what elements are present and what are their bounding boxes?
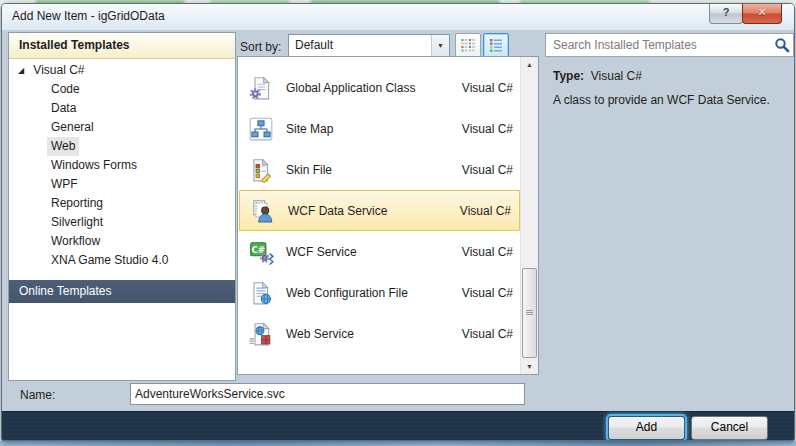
- description-panel: Type: Visual C# A class to provide an WC…: [545, 56, 792, 376]
- category-tree: ◢ Visual C# Code Data General Web Window…: [9, 59, 235, 270]
- sort-by-label: Sort by:: [240, 40, 281, 54]
- web-service-icon: [248, 321, 274, 347]
- sidebar-item-code[interactable]: Code: [9, 80, 235, 99]
- site-map-icon: [248, 116, 274, 142]
- wcf-service-icon: C#: [248, 239, 274, 265]
- help-icon: ?: [723, 6, 730, 18]
- sidebar-item-windows-forms[interactable]: Windows Forms: [9, 156, 235, 175]
- template-item-wcf-data-service[interactable]: WCF Data Service Visual C#: [239, 190, 520, 231]
- scrollbar-thumb[interactable]: [522, 268, 537, 358]
- sidebar-item-web[interactable]: Web: [9, 137, 235, 156]
- name-label: Name:: [20, 388, 55, 402]
- screen: Add New Item - igGridOData ? ✕ Installed…: [0, 0, 796, 446]
- template-name: Skin File: [286, 163, 332, 177]
- categories-sidebar: Installed Templates ◢ Visual C# Code Dat…: [8, 32, 236, 381]
- template-name: Global Application Class: [286, 81, 415, 95]
- template-item-wcf-service[interactable]: C# WCF Service Visual C#: [238, 231, 521, 272]
- scroll-up-icon: ▲: [526, 61, 533, 68]
- sort-by-dropdown[interactable]: Default ▼: [288, 34, 450, 58]
- svg-text:C#: C#: [251, 244, 265, 254]
- background-window-edge: [0, 441, 796, 446]
- skin-file-icon: [248, 157, 274, 183]
- titlebar[interactable]: Add New Item - igGridOData: [2, 4, 794, 31]
- search-icon[interactable]: [774, 37, 790, 53]
- template-name: Web Service: [286, 327, 354, 341]
- chevron-down-icon: ▼: [437, 42, 444, 49]
- dialog-title: Add New Item - igGridOData: [12, 4, 165, 29]
- dropdown-button[interactable]: ▼: [431, 35, 449, 57]
- sidebar-item-data[interactable]: Data: [9, 99, 235, 118]
- sidebar-item-workflow[interactable]: Workflow: [9, 232, 235, 251]
- scrollbar[interactable]: ▲ ▼: [520, 57, 538, 374]
- expander-icon[interactable]: ◢: [18, 61, 30, 80]
- template-name: WCF Service: [286, 245, 357, 259]
- thumb-grip-icon: [526, 310, 533, 315]
- scroll-down-button[interactable]: ▼: [521, 359, 538, 374]
- template-item-skin-file[interactable]: Skin File Visual C#: [238, 149, 521, 190]
- template-type: Visual C#: [462, 122, 513, 136]
- close-button[interactable]: ✕: [742, 4, 782, 24]
- close-icon: ✕: [757, 6, 766, 18]
- wcf-data-service-icon: [250, 198, 276, 224]
- template-type: Visual C#: [460, 204, 511, 218]
- sidebar-item-silverlight[interactable]: Silverlight: [9, 213, 235, 232]
- online-templates-header[interactable]: Online Templates: [9, 280, 235, 303]
- small-icons-view-icon: [460, 37, 476, 56]
- web-configuration-file-icon: [248, 280, 274, 306]
- sidebar-item-visual-csharp[interactable]: ◢ Visual C#: [9, 61, 235, 80]
- cancel-button[interactable]: Cancel: [691, 416, 768, 440]
- template-type: Visual C#: [462, 163, 513, 177]
- scroll-down-icon: ▼: [526, 363, 533, 370]
- search-box: [545, 33, 794, 57]
- sidebar-item-reporting[interactable]: Reporting: [9, 194, 235, 213]
- tree-root-label: Visual C#: [33, 63, 84, 77]
- template-item-global-application-class[interactable]: Global Application Class Visual C#: [238, 67, 521, 108]
- template-description: A class to provide an WCF Data Service.: [553, 93, 785, 108]
- template-name: Web Configuration File: [286, 286, 408, 300]
- template-name: Site Map: [286, 122, 333, 136]
- sidebar-item-general[interactable]: General: [9, 118, 235, 137]
- search-input[interactable]: [551, 35, 765, 55]
- template-list: Global Application Class Visual C#: [237, 56, 539, 375]
- template-type: Visual C#: [462, 327, 513, 341]
- footer-bar: Add Cancel: [2, 411, 794, 441]
- type-value: Visual C#: [591, 69, 642, 83]
- installed-templates-header[interactable]: Installed Templates: [9, 33, 235, 59]
- sidebar-item-xna-game-studio[interactable]: XNA Game Studio 4.0: [9, 251, 235, 270]
- template-item-web-service[interactable]: Web Service Visual C#: [238, 313, 521, 354]
- template-type: Visual C#: [462, 245, 513, 259]
- global-application-class-icon: [248, 75, 274, 101]
- template-type: Visual C#: [462, 286, 513, 300]
- template-name: WCF Data Service: [288, 204, 387, 218]
- type-line: Type: Visual C#: [553, 69, 642, 83]
- help-button[interactable]: ?: [709, 4, 743, 24]
- dialog-content: Installed Templates ◢ Visual C# Code Dat…: [2, 30, 794, 440]
- add-button[interactable]: Add: [608, 416, 685, 440]
- sort-by-value: Default: [295, 35, 333, 56]
- add-new-item-dialog: Add New Item - igGridOData ? ✕ Installed…: [1, 3, 795, 441]
- template-item-web-configuration-file[interactable]: Web Configuration File Visual C#: [238, 272, 521, 313]
- list-view-icon: [488, 37, 504, 56]
- template-type: Visual C#: [462, 81, 513, 95]
- scroll-up-button[interactable]: ▲: [521, 57, 538, 72]
- template-item-site-map[interactable]: Site Map Visual C#: [238, 108, 521, 149]
- type-label: Type:: [553, 69, 584, 83]
- name-input[interactable]: [130, 383, 525, 405]
- sidebar-item-wpf[interactable]: WPF: [9, 175, 235, 194]
